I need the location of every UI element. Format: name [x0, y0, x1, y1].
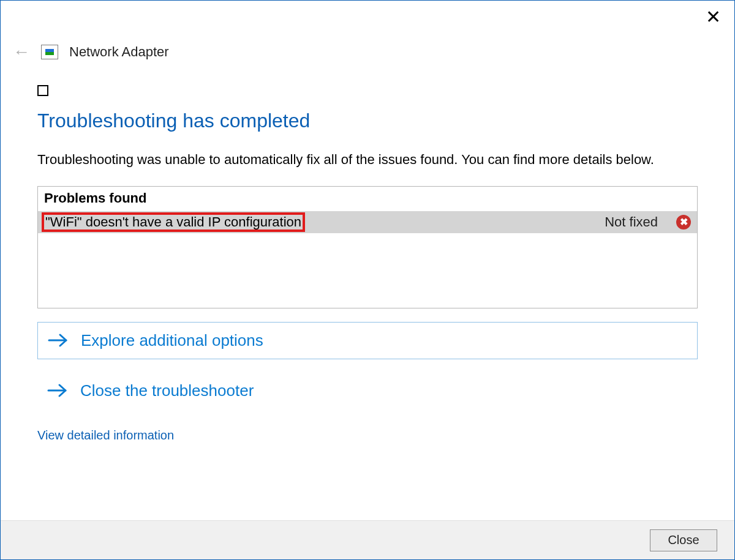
close-troubleshooter-label: Close the troubleshooter — [80, 381, 254, 400]
error-x-icon: ✖ — [676, 215, 691, 230]
problem-name: "WiFi" doesn't have a valid IP configura… — [42, 212, 305, 232]
problems-found-header: Problems found — [38, 187, 697, 211]
explore-additional-options-button[interactable]: Explore additional options — [37, 322, 698, 359]
problem-row[interactable]: "WiFi" doesn't have a valid IP configura… — [38, 211, 697, 233]
window-close-button[interactable]: ✕ — [706, 8, 721, 26]
problem-status: Not fixed — [605, 214, 658, 230]
checkbox-icon — [37, 85, 48, 96]
explore-option-label: Explore additional options — [81, 331, 263, 350]
page-description: Troubleshooting was unable to automatica… — [37, 151, 698, 169]
back-arrow-icon[interactable]: ← — [13, 43, 30, 61]
page-title: Troubleshooting has completed — [37, 110, 698, 132]
close-troubleshooter-button[interactable]: Close the troubleshooter — [37, 373, 698, 409]
view-detailed-information-link[interactable]: View detailed information — [37, 428, 174, 442]
header-title: Network Adapter — [69, 44, 169, 60]
content-area: Troubleshooting has completed Troublesho… — [37, 85, 698, 520]
arrow-right-icon — [47, 333, 70, 348]
header: ← Network Adapter — [13, 43, 734, 61]
network-adapter-icon — [41, 45, 58, 59]
arrow-right-icon — [46, 383, 69, 398]
problems-found-box: Problems found "WiFi" doesn't have a val… — [37, 186, 698, 308]
close-button[interactable]: Close — [650, 529, 717, 551]
footer-bar: Close — [1, 520, 734, 559]
troubleshooter-window: ✕ ← Network Adapter Troubleshooting has … — [0, 0, 735, 560]
